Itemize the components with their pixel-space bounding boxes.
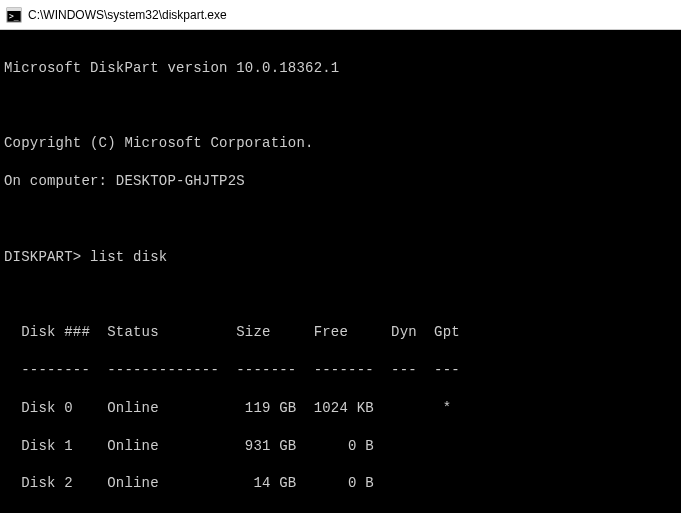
svg-text:>_: >_ (9, 12, 19, 21)
computer-line: On computer: DESKTOP-GHJTP2S (4, 172, 677, 191)
version-line: Microsoft DiskPart version 10.0.18362.1 (4, 59, 677, 78)
table-row: Disk 1 Online 931 GB 0 B (4, 437, 677, 456)
blank-line (4, 210, 677, 229)
blank-line (4, 286, 677, 305)
cmd-list-disk: list disk (90, 249, 167, 265)
prompt: DISKPART> (4, 249, 81, 265)
copyright-line: Copyright (C) Microsoft Corporation. (4, 134, 677, 153)
window-titlebar[interactable]: >_ C:\WINDOWS\system32\diskpart.exe (0, 0, 681, 30)
prompt-line: DISKPART> list disk (4, 248, 677, 267)
table-row: Disk 0 Online 119 GB 1024 KB * (4, 399, 677, 418)
blank-line (4, 97, 677, 116)
window-title: C:\WINDOWS\system32\diskpart.exe (28, 8, 227, 22)
table-header: Disk ### Status Size Free Dyn Gpt (4, 323, 677, 342)
console-icon: >_ (6, 7, 22, 23)
table-row: Disk 2 Online 14 GB 0 B (4, 474, 677, 493)
table-divider: -------- ------------- ------- ------- -… (4, 361, 677, 380)
terminal-output[interactable]: Microsoft DiskPart version 10.0.18362.1 … (0, 30, 681, 513)
svg-rect-1 (7, 8, 21, 11)
